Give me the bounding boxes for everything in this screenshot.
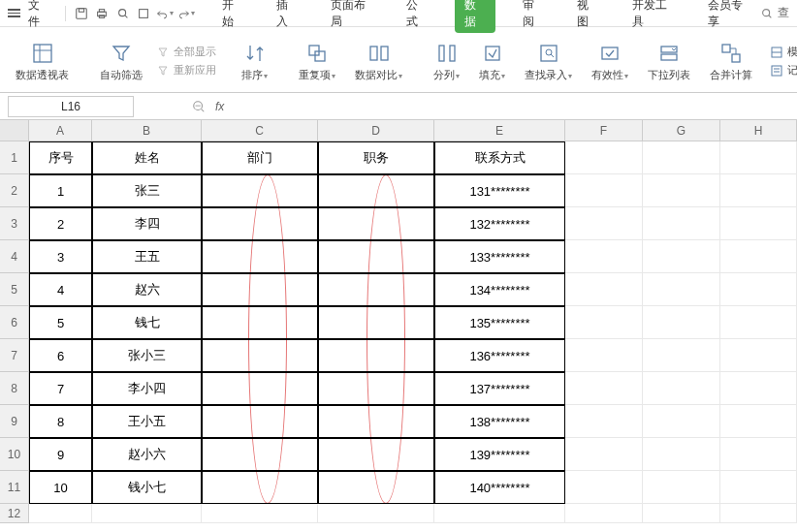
cell[interactable]: 张小三 [92,339,202,372]
row-header[interactable]: 2 [0,174,29,207]
cell[interactable]: 联系方式 [434,141,565,174]
cell[interactable]: 134******** [434,273,565,306]
tab-insert[interactable]: 插入 [271,0,303,34]
cell[interactable] [565,273,643,306]
cell[interactable] [565,372,643,405]
cell[interactable]: 139******** [434,438,565,471]
consolidate-button[interactable]: 合并计算 [704,33,758,89]
cell[interactable]: 部门 [202,141,318,174]
cell[interactable]: 136******** [434,339,565,372]
cell[interactable] [565,471,643,504]
select-all-corner[interactable] [0,120,29,141]
cell[interactable] [720,438,797,471]
cell[interactable] [202,504,318,523]
col-header-F[interactable]: F [565,120,643,141]
cell[interactable] [318,207,434,240]
validation-button[interactable]: 有效性▾ [586,33,634,89]
cell[interactable] [565,240,643,273]
cell[interactable] [565,405,643,438]
find-entry-button[interactable]: 查找录入▾ [519,33,578,89]
cell[interactable] [643,339,720,372]
cell[interactable] [202,438,318,471]
cell[interactable] [318,471,434,504]
cell[interactable] [565,141,643,174]
cell[interactable]: 2 [29,207,92,240]
cell[interactable] [643,141,720,174]
row-header[interactable]: 11 [0,471,29,504]
cell[interactable]: 135******** [434,306,565,339]
cell[interactable] [565,306,643,339]
cell[interactable]: 9 [29,438,92,471]
cell[interactable] [202,240,318,273]
autofilter-button[interactable]: 自动筛选 [94,33,148,89]
cell[interactable] [643,405,720,438]
col-header-A[interactable]: A [29,120,92,141]
tab-review[interactable]: 审阅 [517,0,550,34]
cell[interactable]: 李四 [92,207,202,240]
cell[interactable] [720,240,797,273]
record-form-button[interactable]: 记录单 [770,63,797,78]
cell[interactable]: 1 [29,174,92,207]
cell[interactable]: 钱小七 [92,471,202,504]
row-header[interactable]: 3 [0,207,29,240]
cell[interactable] [720,207,797,240]
col-header-H[interactable]: H [720,120,797,141]
cell[interactable] [318,438,434,471]
cell[interactable] [202,372,318,405]
cell[interactable] [720,141,797,174]
cell[interactable] [202,174,318,207]
undo-icon[interactable]: ▾ [156,5,174,22]
cell[interactable] [29,504,92,523]
cell[interactable]: 7 [29,372,92,405]
row-header[interactable]: 10 [0,438,29,471]
col-header-C[interactable]: C [202,120,318,141]
formula-input[interactable] [224,96,797,117]
tab-dev-tools[interactable]: 开发工具 [626,0,681,34]
cell[interactable]: 5 [29,306,92,339]
cell[interactable] [643,438,720,471]
col-header-D[interactable]: D [318,120,434,141]
cell[interactable]: 137******** [434,372,565,405]
cell[interactable]: 6 [29,339,92,372]
tab-formula[interactable]: 公式 [400,0,433,34]
cell[interactable] [565,504,643,523]
show-all-button[interactable]: 全部显示 [156,45,216,59]
cell[interactable] [318,240,434,273]
cell[interactable] [318,306,434,339]
cell[interactable]: 8 [29,405,92,438]
dropdown-list-button[interactable]: 下拉列表 [642,33,696,89]
cell[interactable] [643,273,720,306]
cell[interactable]: 3 [29,240,92,273]
row-header[interactable]: 1 [0,141,29,174]
cell[interactable] [643,306,720,339]
cell[interactable] [720,372,797,405]
cell[interactable] [318,174,434,207]
cell[interactable] [434,504,565,523]
sort-button[interactable]: 排序▾ [236,33,273,89]
reapply-button[interactable]: 重新应用 [156,63,216,78]
row-header[interactable]: 7 [0,339,29,372]
cell[interactable] [720,471,797,504]
fill-button[interactable]: 填充▾ [473,33,511,89]
cell[interactable]: 姓名 [92,141,202,174]
cell[interactable]: 王小五 [92,405,202,438]
redo-icon[interactable]: ▾ [177,5,195,22]
cell[interactable] [202,273,318,306]
cell[interactable]: 序号 [29,141,92,174]
cell[interactable]: 赵六 [92,273,202,306]
cell[interactable] [720,339,797,372]
cell[interactable]: 131******** [434,174,565,207]
spreadsheet[interactable]: A B C D E F G H 1序号姓名部门职务联系方式21张三131****… [0,120,797,523]
row-header[interactable]: 9 [0,405,29,438]
cell[interactable]: 10 [29,471,92,504]
cell[interactable] [565,207,643,240]
cell[interactable]: 职务 [318,141,434,174]
cell[interactable] [720,174,797,207]
cell[interactable] [643,240,720,273]
cell[interactable]: 132******** [434,207,565,240]
col-header-G[interactable]: G [643,120,720,141]
cell[interactable]: 4 [29,273,92,306]
text-to-columns-button[interactable]: 分列▾ [428,33,465,89]
row-header[interactable]: 8 [0,372,29,405]
cell[interactable] [720,405,797,438]
